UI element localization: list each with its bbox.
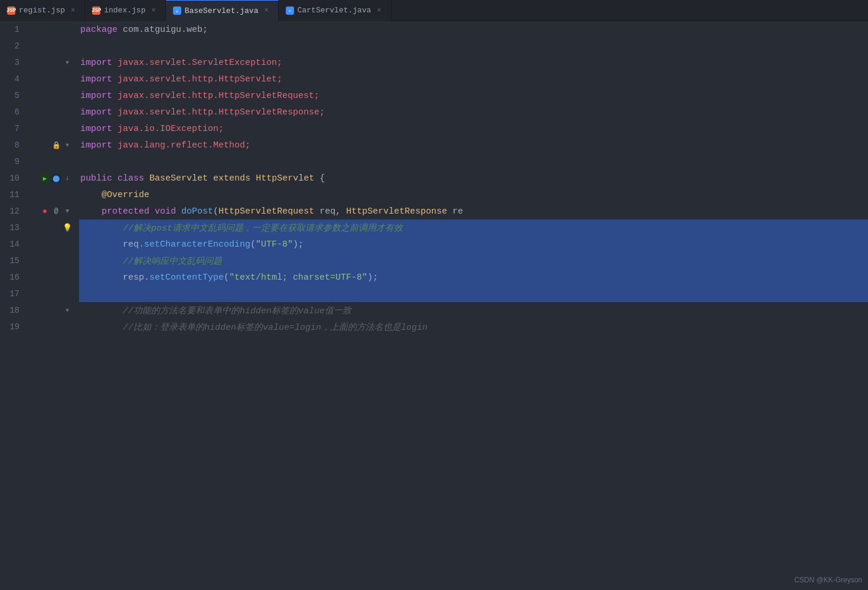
- code-line-10: public class BaseServlet extends HttpSer…: [79, 170, 868, 186]
- code-line-12: protected void doPost ( HttpServletReque…: [79, 203, 868, 219]
- collapse-icon-3[interactable]: ▼: [63, 58, 72, 67]
- tab-cartservlet-java[interactable]: ☕ CartServlet.java ×: [279, 0, 391, 21]
- debug-icon-10[interactable]: ⬤: [51, 173, 61, 183]
- gutter-line-1: 1: [0, 21, 77, 38]
- tab-icon-index: JSP: [92, 6, 100, 15]
- gutter-icons-13: 💡: [27, 223, 77, 232]
- tab-close-regist[interactable]: ×: [68, 5, 77, 16]
- lightbulb-icon-13[interactable]: 💡: [63, 223, 72, 232]
- kw-void: void: [155, 206, 176, 217]
- import-path-3: javax.servlet.ServletException;: [118, 58, 282, 68]
- code-line-18: //功能的方法名要和表单中的hidden标签的value值一致: [79, 302, 868, 319]
- kw-import-3: import: [80, 58, 112, 68]
- gutter-icons-12: ● @ ▼: [27, 206, 77, 216]
- kw-public-10: public: [80, 173, 112, 183]
- indent-18: [80, 306, 123, 316]
- line-num-14: 14: [0, 240, 27, 249]
- kw-import-4: import: [80, 74, 112, 84]
- tab-label-baseservlet: BaseServlet.java: [185, 6, 259, 15]
- line-num-12: 12: [0, 206, 27, 216]
- code-editor[interactable]: package com.atguigu.web; import javax.se…: [77, 21, 868, 590]
- plain-12e: re: [447, 206, 463, 217]
- comment-15: //解决响应中文乱码问题: [123, 255, 222, 267]
- gutter-icons-8: 🔒 ▼: [27, 140, 77, 150]
- import-path-6: javax.servlet.http.HttpServletResponse;: [118, 107, 325, 117]
- tab-icon-cartservlet: ☕: [286, 6, 294, 15]
- line-num-3: 3: [0, 58, 27, 67]
- import-path-4: javax.servlet.http.HttpServlet;: [118, 74, 282, 84]
- comment-18: //功能的方法名要和表单中的hidden标签的value值一致: [123, 305, 351, 316]
- gutter-line-4: 4: [0, 71, 77, 87]
- tab-baseservlet-java[interactable]: ☕ BaseServlet.java ×: [166, 0, 279, 21]
- import-path-7: java.io.IOException;: [118, 124, 224, 134]
- line-num-9: 9: [0, 157, 27, 166]
- code-line-8: import java.lang.reflect.Method;: [79, 137, 868, 153]
- collapse-icon-8[interactable]: ▼: [63, 140, 72, 150]
- code-line-1: package com.atguigu.web;: [79, 21, 868, 38]
- line-num-6: 6: [0, 107, 27, 117]
- collapse-icon-18[interactable]: ▼: [63, 306, 72, 315]
- gutter-line-8: 8 🔒 ▼: [0, 137, 77, 153]
- code-line-14: req. setCharacterEncoding ( "UTF-8" );: [79, 236, 868, 253]
- plain-16b: );: [367, 273, 378, 283]
- plain-space-7: [112, 124, 118, 134]
- indent-13: [80, 223, 123, 233]
- plain-16a: (: [224, 273, 229, 283]
- code-line-17: [79, 286, 868, 302]
- indent-12: [80, 206, 102, 217]
- str-contenttype: "text/html; charset=UTF-8": [229, 273, 367, 283]
- tab-index-jsp[interactable]: JSP index.jsp ×: [85, 0, 165, 21]
- indent-16: [80, 273, 123, 283]
- tab-close-baseservlet[interactable]: ×: [262, 5, 270, 16]
- line-num-19: 19: [0, 322, 27, 332]
- import-path-5: javax.servlet.http.HttpServletRequest;: [118, 91, 319, 101]
- code-line-16: resp. setContentType ( "text/html; chars…: [79, 269, 868, 286]
- gutter-line-11: 11: [0, 186, 77, 203]
- gutter-line-10: 10 ▶ ⬤ ↓: [0, 170, 77, 186]
- arrow-icon-10[interactable]: ↓: [63, 173, 72, 183]
- line-num-16: 16: [0, 273, 27, 282]
- run-icon-10[interactable]: ▶: [40, 173, 50, 183]
- gutter-line-5: 5: [0, 87, 77, 104]
- type-resp: HttpServletResponse: [346, 206, 447, 217]
- tab-close-index[interactable]: ×: [149, 5, 158, 16]
- plain-10a: [112, 173, 118, 183]
- tab-label-index: index.jsp: [104, 6, 145, 15]
- gutter-icons-3: ▼: [27, 58, 77, 67]
- kw-import-7: import: [80, 124, 112, 134]
- kw-import-5: import: [80, 91, 112, 101]
- lock-icon-8: 🔒: [51, 140, 61, 150]
- tab-label-regist: regist.jsp: [19, 6, 65, 15]
- kw-protected: protected: [102, 206, 149, 217]
- code-line-9: [79, 153, 868, 170]
- gutter-line-18: 18 ▼: [0, 302, 77, 319]
- plain-space-3: [112, 58, 118, 68]
- plain-14b: );: [293, 240, 304, 250]
- gutter-line-19: 19: [0, 319, 77, 335]
- gutter-line-13: 13 💡: [0, 219, 77, 236]
- gutter-line-12: 12 ● @ ▼: [0, 203, 77, 219]
- fn-setencoding: setCharacterEncoding: [144, 240, 250, 250]
- line-num-5: 5: [0, 91, 27, 100]
- plain-space-4: [112, 74, 118, 84]
- type-req: HttpServletRequest: [218, 206, 314, 217]
- fn-setcontenttype: setContentType: [149, 273, 224, 283]
- plain-10c: [208, 173, 213, 183]
- tab-label-cartservlet: CartServlet.java: [298, 6, 371, 15]
- breakpoint-icon-12[interactable]: ●: [40, 206, 50, 216]
- code-line-6: import javax.servlet.http.HttpServletRes…: [79, 104, 868, 120]
- tab-close-cartservlet[interactable]: ×: [375, 5, 384, 16]
- line-num-13: 13: [0, 223, 27, 232]
- line-num-11: 11: [0, 190, 27, 199]
- pkg-path: com.atguigu.web;: [118, 25, 208, 35]
- editor: 1 2 3 ▼ 4 5: [0, 21, 868, 590]
- tab-regist-jsp[interactable]: JSP regist.jsp ×: [0, 0, 85, 21]
- line-num-18: 18: [0, 306, 27, 315]
- kw-package: package: [80, 25, 118, 35]
- kw-import-8: import: [80, 140, 112, 150]
- plain-space-8: [112, 140, 118, 150]
- fn-dopost: doPost: [181, 206, 213, 217]
- indent-15: [80, 256, 123, 266]
- code-resp: resp.: [123, 273, 149, 283]
- watermark: CSDN @KK-Greyson: [794, 576, 862, 584]
